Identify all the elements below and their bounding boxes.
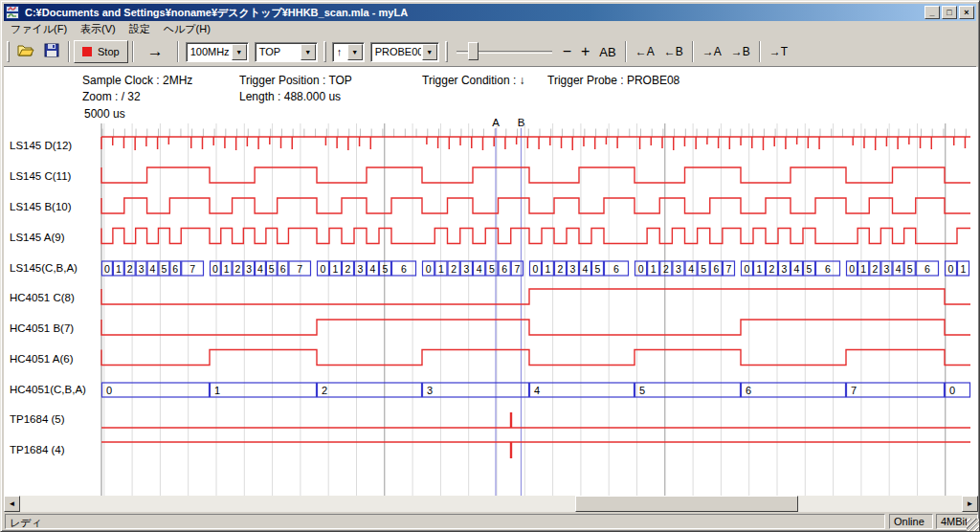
dropdown-arrow-icon[interactable]: ▼ bbox=[301, 44, 316, 60]
waveform-plot[interactable]: AB01234567012345670123456012345670123456… bbox=[4, 67, 978, 496]
trigger-edge-combo[interactable]: ↑ ▼ bbox=[332, 42, 365, 62]
toolbar-separator bbox=[177, 41, 179, 62]
stop-button[interactable]: Stop bbox=[74, 40, 128, 63]
trigger-edge-value: ↑ bbox=[333, 46, 346, 57]
zoom-ab-button[interactable]: AB bbox=[594, 43, 620, 61]
stop-icon bbox=[82, 47, 92, 56]
bus-value: 7 bbox=[189, 263, 195, 275]
toolbar: Stop → 100MHz ▼ TOP ▼ ↑ ▼ PROBE00 ▼ − + … bbox=[4, 37, 976, 67]
title-bar[interactable]: C:¥Documents and Settings¥noname¥デスクトップ¥… bbox=[4, 4, 976, 21]
bus-cell bbox=[423, 383, 529, 397]
bus-value: 7 bbox=[297, 263, 302, 275]
zoom-slider[interactable] bbox=[457, 41, 552, 62]
scrollbar-thumb[interactable] bbox=[575, 496, 798, 512]
maximize-button[interactable]: □ bbox=[942, 6, 957, 19]
bus-value: 4 bbox=[370, 263, 376, 275]
open-button[interactable] bbox=[12, 41, 39, 62]
sample-rate-combo[interactable]: 100MHz ▼ bbox=[186, 42, 249, 62]
bus-cell bbox=[742, 383, 846, 397]
trace-6 bbox=[101, 320, 970, 335]
bus-value: 5 bbox=[639, 385, 645, 396]
signal-label[interactable]: TP1684 (4) bbox=[10, 444, 101, 458]
bus-value: 2 bbox=[127, 263, 133, 275]
stop-label: Stop bbox=[98, 46, 120, 57]
signal-label[interactable]: LS145(C,B,A) bbox=[10, 262, 101, 277]
bus-value: 1 bbox=[757, 263, 763, 275]
zoom-out-button[interactable]: − bbox=[558, 41, 576, 62]
signal-label[interactable]: TP1684 (5) bbox=[10, 413, 101, 428]
horizontal-scrollbar[interactable]: ◄ ► bbox=[4, 496, 978, 512]
run-button[interactable]: → bbox=[138, 42, 173, 61]
toolbar-grip[interactable] bbox=[323, 41, 326, 62]
signal-label[interactable]: HC4051 B(7) bbox=[10, 322, 101, 337]
bus-value: 1 bbox=[438, 263, 444, 275]
signal-label[interactable]: LS145 C(11) bbox=[10, 170, 101, 185]
bus-value: 3 bbox=[782, 263, 788, 275]
signal-label[interactable]: HC4051 A(6) bbox=[10, 353, 101, 367]
bus-value: 2 bbox=[322, 385, 327, 396]
bus-value: 6 bbox=[280, 263, 286, 275]
scroll-right-arrow-icon[interactable]: ► bbox=[962, 496, 978, 512]
trigger-position-value: TOP bbox=[256, 46, 300, 57]
menu-view[interactable]: 表示(V) bbox=[74, 20, 122, 38]
trace-2 bbox=[101, 198, 970, 213]
bus-value: 3 bbox=[427, 385, 433, 396]
bus-value: 6 bbox=[924, 263, 930, 275]
goto-a-left-button[interactable]: ←A bbox=[631, 43, 659, 60]
bus-value: 4 bbox=[534, 385, 540, 396]
menu-settings[interactable]: 設定 bbox=[122, 20, 157, 38]
goto-b-right-button[interactable]: →B bbox=[726, 43, 755, 60]
status-bar: レディ Online 4MBit bbox=[4, 513, 978, 530]
toolbar-grip[interactable] bbox=[7, 41, 10, 62]
signal-label[interactable]: HC4051(C,B,A) bbox=[10, 384, 101, 398]
bus-value: 5 bbox=[907, 263, 913, 275]
signal-label[interactable]: HC4051 C(8) bbox=[10, 292, 101, 306]
signal-label[interactable]: LS145 D(12) bbox=[10, 140, 101, 154]
trigger-probe-value: PROBE00 bbox=[371, 46, 421, 57]
bus-value: 5 bbox=[701, 263, 706, 275]
bus-value: 1 bbox=[651, 263, 657, 275]
waveform-panel[interactable]: Sample Clock : 2MHz Trigger Position : T… bbox=[4, 67, 978, 496]
goto-a-right-button[interactable]: →A bbox=[698, 43, 726, 60]
close-button[interactable]: × bbox=[959, 6, 974, 19]
signal-label[interactable]: LS145 A(9) bbox=[10, 232, 101, 246]
minimize-button[interactable]: _ bbox=[924, 6, 940, 19]
bus-value: 6 bbox=[713, 263, 719, 275]
dropdown-arrow-icon[interactable]: ▼ bbox=[232, 44, 247, 60]
trace-3 bbox=[101, 229, 970, 244]
bus-value: 2 bbox=[558, 263, 564, 275]
toolbar-separator bbox=[68, 41, 70, 62]
bus-value: 1 bbox=[224, 263, 230, 275]
bus-value: 0 bbox=[212, 263, 218, 275]
toolbar-grip[interactable] bbox=[445, 41, 448, 62]
bus-value: 2 bbox=[663, 263, 669, 275]
menu-file[interactable]: ファイル(F) bbox=[4, 20, 74, 38]
bus-value: 0 bbox=[104, 263, 110, 275]
resize-grip[interactable] bbox=[967, 519, 979, 531]
dropdown-arrow-icon[interactable]: ▼ bbox=[347, 44, 363, 60]
trigger-probe-combo[interactable]: PROBE00 ▼ bbox=[370, 42, 439, 62]
bus-value: 1 bbox=[546, 263, 551, 275]
menu-help[interactable]: ヘルプ(H) bbox=[157, 20, 217, 38]
zoom-in-button[interactable]: + bbox=[576, 41, 594, 62]
bus-value: 0 bbox=[426, 263, 432, 275]
bus-value: 3 bbox=[676, 263, 681, 275]
bus-value: 1 bbox=[333, 263, 339, 275]
goto-b-left-button[interactable]: ←B bbox=[659, 43, 688, 60]
bus-value: 1 bbox=[961, 263, 967, 275]
trigger-position-combo[interactable]: TOP ▼ bbox=[255, 42, 318, 62]
menu-bar: ファイル(F) 表示(V) 設定 ヘルプ(H) bbox=[4, 21, 976, 37]
bus-value: 6 bbox=[825, 263, 831, 275]
bus-value: 4 bbox=[150, 263, 156, 275]
signal-label[interactable]: LS145 B(10) bbox=[10, 201, 101, 215]
bus-value: 0 bbox=[948, 263, 954, 275]
bus-value: 0 bbox=[321, 263, 326, 275]
trace-7 bbox=[101, 350, 970, 366]
bus-value: 6 bbox=[401, 263, 407, 275]
bus-value: 6 bbox=[172, 263, 178, 275]
save-button[interactable] bbox=[39, 41, 64, 62]
goto-trigger-button[interactable]: →T bbox=[765, 43, 792, 60]
dropdown-arrow-icon[interactable]: ▼ bbox=[422, 44, 437, 60]
scroll-left-arrow-icon[interactable]: ◄ bbox=[4, 496, 20, 512]
zoom-slider-handle[interactable] bbox=[468, 42, 479, 60]
